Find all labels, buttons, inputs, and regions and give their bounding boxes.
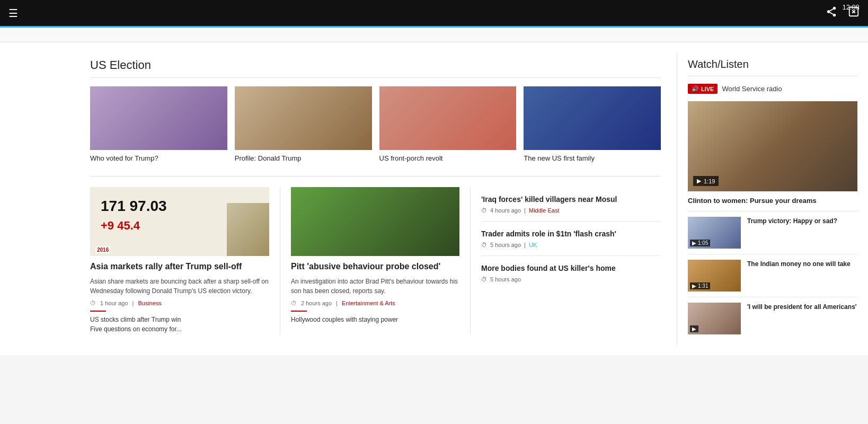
video-duration-2: ▶ 1:31 [690,282,710,289]
red-divider-2 [291,311,307,312]
featured-video-overlay: ▶ 1:19 [693,176,719,186]
election-item-1[interactable]: Who voted for Trump? [90,86,227,163]
pitt-story-title[interactable]: Pitt 'abusive behaviour probe closed' [291,261,459,272]
menu-button[interactable]: ☰ [8,7,18,20]
election-item-4[interactable]: The new US first family [524,86,661,163]
market-story-title[interactable]: Asia markets rally after Trump sell-off [90,261,269,272]
pitt-related-1[interactable]: Hollywood couples with staying power [291,316,459,323]
svg-line-4 [830,9,833,11]
election-grid: Who voted for Trump? Profile: Donald Tru… [90,86,661,163]
iraq-tag[interactable]: Middle East [529,207,559,214]
video-duration-1: ▶ 1:05 [690,240,710,246]
bodies-time: 5 hours ago [490,276,521,282]
market-change: +9 45.4 [101,219,140,233]
clock-icon-2: ⏱ [291,300,297,306]
video-item-1[interactable]: ▶ 1:05 Trump victory: Happy or sad? [688,211,857,254]
market-year: 2016 [95,246,110,253]
svg-point-1 [827,10,830,13]
election-section-title: US Election [90,58,661,78]
svg-line-3 [830,12,833,14]
pitt-story-desc: An investigation into actor Brad Pitt's … [291,277,459,296]
speaker-icon: 🔊 [692,85,699,92]
pitt-tag[interactable]: Entertainment & Arts [342,300,395,306]
share-icon[interactable] [826,6,837,20]
market-number: 171 97.03 [101,198,167,215]
market-story-meta: ⏱ 1 hour ago | Business [90,300,269,306]
svg-point-2 [833,14,836,16]
clock-icon-3: ⏱ [481,207,487,214]
pitt-time: 2 hours ago [301,300,332,306]
election-item-3[interactable]: US front-porch revolt [379,86,517,163]
top-bar: ☰ 12:08 [0,0,868,28]
bodies-story: More bodies found at US killer's home ⏱ … [481,256,661,290]
video-item-3[interactable]: ▶ 'I will be president for all Americans… [688,297,857,340]
live-row[interactable]: 🔊 LIVE World Service radio [688,84,857,94]
divider [90,176,661,176]
election-title-1: Who voted for Trump? [90,154,227,163]
video-thumb-2: ▶ 1:31 [688,260,741,292]
election-title-2: Profile: Donald Trump [235,154,372,163]
bodies-story-title[interactable]: More bodies found at US killer's home [481,263,661,273]
flash-crash-meta: ⏱ 5 hours ago | UK [481,242,661,248]
clock-icon-5: ⏱ [481,276,487,282]
market-image: 171 97.03 +9 45.4 ↑ 2016 [90,187,269,256]
play-icon: ▶ [697,178,701,184]
video-title-2: The Indian money no one will take [747,260,851,292]
market-time: 1 hour ago [100,300,128,306]
live-label: LIVE [701,86,714,92]
story-pitt: Pitt 'abusive behaviour probe closed' An… [280,187,471,335]
market-story-desc: Asian share markets are bouncing back af… [90,277,269,296]
featured-video[interactable]: ▶ 1:19 [688,101,857,191]
iraq-story-meta: ⏱ 4 hours ago | Middle East [481,207,661,214]
related-link-1[interactable]: US stocks climb after Trump win [90,316,269,323]
watch-listen-sidebar: Watch/Listen 🔊 LIVE World Service radio … [677,53,868,345]
iraq-story: 'Iraq forces' killed villagers near Mosu… [481,187,661,222]
iraq-time: 4 hours ago [490,207,521,214]
election-img-1 [90,86,227,150]
video-thumb-1: ▶ 1:05 [688,217,741,249]
video-title-1: Trump victory: Happy or sad? [747,217,837,249]
election-title-4: The new US first family [524,154,661,163]
featured-duration: 1:19 [704,178,715,184]
video-thumb-3: ▶ [688,303,741,334]
flash-crash-title[interactable]: Trader admits role in $1tn 'flash crash' [481,229,661,238]
market-tag[interactable]: Business [138,300,162,306]
iraq-story-title[interactable]: 'Iraq forces' killed villagers near Mosu… [481,195,661,204]
election-img-4 [524,86,661,150]
pitt-image [291,187,459,256]
clock-icon: ⏱ [90,300,96,306]
election-img-2 [235,86,372,150]
story-markets: 171 97.03 +9 45.4 ↑ 2016 Asia markets ra… [90,187,280,335]
sidebar-title: Watch/Listen [688,58,857,76]
clock-icon-4: ⏱ [481,242,487,248]
flash-crash-time: 5 hours ago [490,242,521,248]
election-title-3: US front-porch revolt [379,154,517,163]
election-item-2[interactable]: Profile: Donald Trump [235,86,372,163]
pitt-story-meta: ⏱ 2 hours ago | Entertainment & Arts [291,300,459,306]
main-container: US Election Who voted for Trump? Profile… [0,42,868,356]
right-stories-col: 'Iraq forces' killed villagers near Mosu… [471,187,661,335]
live-badge: 🔊 LIVE [688,84,718,94]
video-item-2[interactable]: ▶ 1:31 The Indian money no one will take [688,254,857,297]
red-divider [90,311,106,312]
svg-point-0 [833,7,836,10]
featured-caption[interactable]: Clinton to women: Pursue your dreams [688,197,857,205]
time-display: 12:08 [842,3,860,11]
election-img-3 [379,86,517,150]
stories-grid: 171 97.03 +9 45.4 ↑ 2016 Asia markets ra… [90,187,661,335]
video-title-3: 'I will be president for all Americans' [747,303,857,334]
video-duration-3: ▶ [690,325,698,332]
bodies-story-meta: ⏱ 5 hours ago [481,276,661,282]
flash-crash-story: Trader admits role in $1tn 'flash crash'… [481,222,661,256]
content-area: US Election Who voted for Trump? Profile… [0,53,677,345]
flash-crash-tag[interactable]: UK [529,242,537,248]
related-link-2[interactable]: Five questions on economy for... [90,325,269,333]
live-text: World Service radio [722,85,782,93]
